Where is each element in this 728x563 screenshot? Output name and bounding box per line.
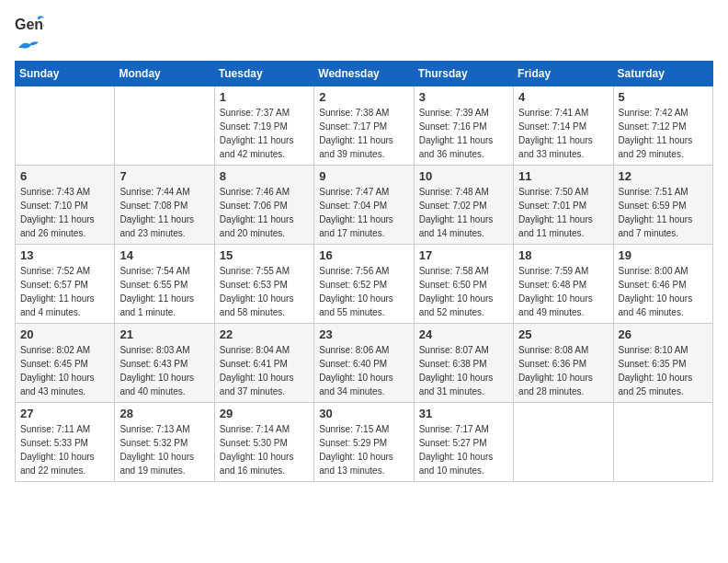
day-number: 8 <box>220 169 309 183</box>
calendar-cell: 1Sunrise: 7:37 AMSunset: 7:19 PMDaylight… <box>214 86 313 166</box>
week-row-5: 27Sunrise: 7:11 AMSunset: 5:33 PMDayligh… <box>16 403 713 482</box>
day-number: 29 <box>220 407 309 420</box>
week-row-4: 20Sunrise: 8:02 AMSunset: 6:45 PMDayligh… <box>16 324 713 403</box>
day-info: Sunrise: 7:39 AMSunset: 7:16 PMDaylight:… <box>419 106 508 161</box>
day-number: 2 <box>319 90 408 104</box>
calendar-cell: 6Sunrise: 7:43 AMSunset: 7:10 PMDaylight… <box>16 166 115 245</box>
day-info: Sunrise: 7:17 AMSunset: 5:27 PMDaylight:… <box>419 422 508 477</box>
day-info: Sunrise: 7:50 AMSunset: 7:01 PMDaylight:… <box>518 185 608 240</box>
day-header-thursday: Thursday <box>414 62 513 86</box>
day-number: 11 <box>518 169 608 183</box>
day-info: Sunrise: 7:54 AMSunset: 6:55 PMDaylight:… <box>119 264 209 319</box>
day-info: Sunrise: 7:11 AMSunset: 5:33 PMDaylight:… <box>20 422 109 477</box>
page-header: General <box>15 15 713 52</box>
calendar-cell: 4Sunrise: 7:41 AMSunset: 7:14 PMDaylight… <box>514 86 613 166</box>
calendar-cell: 16Sunrise: 7:56 AMSunset: 6:52 PMDayligh… <box>314 245 414 324</box>
calendar-cell: 15Sunrise: 7:55 AMSunset: 6:53 PMDayligh… <box>214 245 313 324</box>
day-number: 24 <box>419 327 508 341</box>
day-number: 15 <box>220 248 309 262</box>
day-header-wednesday: Wednesday <box>314 62 414 86</box>
calendar-cell: 21Sunrise: 8:03 AMSunset: 6:43 PMDayligh… <box>115 324 214 403</box>
calendar-cell: 19Sunrise: 8:00 AMSunset: 6:46 PMDayligh… <box>613 245 712 324</box>
calendar-cell: 30Sunrise: 7:15 AMSunset: 5:29 PMDayligh… <box>314 403 414 482</box>
day-header-sunday: Sunday <box>16 62 115 86</box>
calendar-cell: 3Sunrise: 7:39 AMSunset: 7:16 PMDaylight… <box>414 86 513 166</box>
day-info: Sunrise: 7:51 AMSunset: 6:59 PMDaylight:… <box>619 185 708 240</box>
calendar-cell: 31Sunrise: 7:17 AMSunset: 5:27 PMDayligh… <box>414 403 513 482</box>
day-info: Sunrise: 8:02 AMSunset: 6:45 PMDaylight:… <box>20 343 109 398</box>
calendar-cell: 17Sunrise: 7:58 AMSunset: 6:50 PMDayligh… <box>414 245 513 324</box>
day-number: 27 <box>20 407 109 420</box>
day-number: 13 <box>20 248 109 262</box>
calendar-cell: 26Sunrise: 8:10 AMSunset: 6:35 PMDayligh… <box>613 324 712 403</box>
day-info: Sunrise: 7:13 AMSunset: 5:32 PMDaylight:… <box>119 422 209 477</box>
day-number: 22 <box>220 327 309 341</box>
day-header-friday: Friday <box>514 62 613 86</box>
day-info: Sunrise: 7:44 AMSunset: 7:08 PMDaylight:… <box>119 185 209 240</box>
day-info: Sunrise: 7:58 AMSunset: 6:50 PMDaylight:… <box>419 264 508 319</box>
day-info: Sunrise: 8:06 AMSunset: 6:40 PMDaylight:… <box>319 343 408 398</box>
calendar-cell: 9Sunrise: 7:47 AMSunset: 7:04 PMDaylight… <box>314 166 414 245</box>
day-number: 6 <box>20 169 109 183</box>
day-number: 1 <box>220 90 309 104</box>
calendar-cell: 10Sunrise: 7:48 AMSunset: 7:02 PMDayligh… <box>414 166 513 245</box>
calendar-cell: 12Sunrise: 7:51 AMSunset: 6:59 PMDayligh… <box>613 166 712 245</box>
day-info: Sunrise: 7:41 AMSunset: 7:14 PMDaylight:… <box>518 106 608 161</box>
day-info: Sunrise: 7:42 AMSunset: 7:12 PMDaylight:… <box>619 106 708 161</box>
day-number: 19 <box>619 248 708 262</box>
calendar-cell: 22Sunrise: 8:04 AMSunset: 6:41 PMDayligh… <box>214 324 313 403</box>
calendar-cell: 29Sunrise: 7:14 AMSunset: 5:30 PMDayligh… <box>214 403 313 482</box>
day-header-monday: Monday <box>115 62 214 86</box>
week-row-2: 6Sunrise: 7:43 AMSunset: 7:10 PMDaylight… <box>16 166 713 245</box>
calendar-cell: 18Sunrise: 7:59 AMSunset: 6:48 PMDayligh… <box>514 245 613 324</box>
logo: General <box>15 15 44 52</box>
day-info: Sunrise: 7:46 AMSunset: 7:06 PMDaylight:… <box>220 185 309 240</box>
header-row: SundayMondayTuesdayWednesdayThursdayFrid… <box>16 62 713 86</box>
day-number: 16 <box>319 248 408 262</box>
calendar-cell: 27Sunrise: 7:11 AMSunset: 5:33 PMDayligh… <box>16 403 115 482</box>
calendar-cell <box>115 86 214 166</box>
svg-text:General: General <box>15 17 44 32</box>
calendar-cell <box>613 403 712 482</box>
day-info: Sunrise: 7:43 AMSunset: 7:10 PMDaylight:… <box>20 185 109 240</box>
day-info: Sunrise: 8:03 AMSunset: 6:43 PMDaylight:… <box>119 343 209 398</box>
day-info: Sunrise: 8:08 AMSunset: 6:36 PMDaylight:… <box>518 343 608 398</box>
day-info: Sunrise: 7:47 AMSunset: 7:04 PMDaylight:… <box>319 185 408 240</box>
calendar-cell: 2Sunrise: 7:38 AMSunset: 7:17 PMDaylight… <box>314 86 414 166</box>
day-number: 9 <box>319 169 408 183</box>
day-header-saturday: Saturday <box>613 62 712 86</box>
day-number: 4 <box>518 90 608 104</box>
calendar-cell <box>16 86 115 166</box>
day-info: Sunrise: 8:04 AMSunset: 6:41 PMDaylight:… <box>220 343 309 398</box>
day-number: 26 <box>619 327 708 341</box>
day-number: 3 <box>419 90 508 104</box>
logo-bird-icon <box>17 39 40 55</box>
day-number: 5 <box>619 90 708 104</box>
day-info: Sunrise: 7:55 AMSunset: 6:53 PMDaylight:… <box>220 264 309 319</box>
day-info: Sunrise: 8:10 AMSunset: 6:35 PMDaylight:… <box>619 343 708 398</box>
day-info: Sunrise: 7:52 AMSunset: 6:57 PMDaylight:… <box>20 264 109 319</box>
calendar-cell: 7Sunrise: 7:44 AMSunset: 7:08 PMDaylight… <box>115 166 214 245</box>
calendar-cell: 14Sunrise: 7:54 AMSunset: 6:55 PMDayligh… <box>115 245 214 324</box>
day-info: Sunrise: 7:15 AMSunset: 5:29 PMDaylight:… <box>319 422 408 477</box>
week-row-3: 13Sunrise: 7:52 AMSunset: 6:57 PMDayligh… <box>16 245 713 324</box>
day-header-tuesday: Tuesday <box>214 62 313 86</box>
day-number: 23 <box>319 327 408 341</box>
calendar-cell: 5Sunrise: 7:42 AMSunset: 7:12 PMDaylight… <box>613 86 712 166</box>
calendar-cell: 20Sunrise: 8:02 AMSunset: 6:45 PMDayligh… <box>16 324 115 403</box>
calendar-cell: 28Sunrise: 7:13 AMSunset: 5:32 PMDayligh… <box>115 403 214 482</box>
calendar-cell <box>514 403 613 482</box>
day-number: 20 <box>20 327 109 341</box>
calendar-table: SundayMondayTuesdayWednesdayThursdayFrid… <box>15 61 713 482</box>
day-info: Sunrise: 7:59 AMSunset: 6:48 PMDaylight:… <box>518 264 608 319</box>
day-number: 21 <box>119 327 209 341</box>
day-number: 31 <box>419 407 508 420</box>
day-number: 17 <box>419 248 508 262</box>
day-info: Sunrise: 7:56 AMSunset: 6:52 PMDaylight:… <box>319 264 408 319</box>
day-number: 18 <box>518 248 608 262</box>
calendar-cell: 8Sunrise: 7:46 AMSunset: 7:06 PMDaylight… <box>214 166 313 245</box>
day-info: Sunrise: 8:00 AMSunset: 6:46 PMDaylight:… <box>619 264 708 319</box>
day-info: Sunrise: 7:14 AMSunset: 5:30 PMDaylight:… <box>220 422 309 477</box>
day-number: 28 <box>119 407 209 420</box>
calendar-cell: 25Sunrise: 8:08 AMSunset: 6:36 PMDayligh… <box>514 324 613 403</box>
